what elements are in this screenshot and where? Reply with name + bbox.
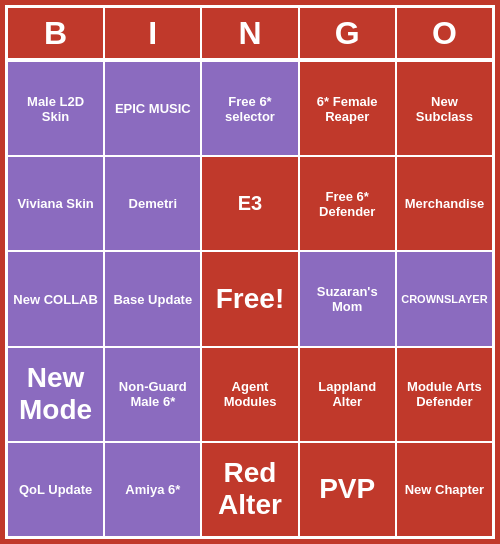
bingo-row-4: QoL UpdateAmiya 6*Red AlterPVPNew Chapte… <box>8 441 492 536</box>
bingo-cell-1-2: E3 <box>202 157 299 250</box>
bingo-header: BINGO <box>8 8 492 60</box>
bingo-card: BINGO Male L2D SkinEPIC MUSICFree 6* sel… <box>5 5 495 539</box>
bingo-cell-0-3: 6* Female Reaper <box>300 62 397 155</box>
bingo-letter-g: G <box>300 8 397 58</box>
bingo-cell-1-4: Merchandise <box>397 157 492 250</box>
bingo-cell-2-2: Free! <box>202 252 299 345</box>
bingo-cell-4-4: New Chapter <box>397 443 492 536</box>
bingo-letter-b: B <box>8 8 105 58</box>
bingo-cell-0-1: EPIC MUSIC <box>105 62 202 155</box>
bingo-cell-3-0: New Mode <box>8 348 105 441</box>
bingo-cell-1-3: Free 6* Defender <box>300 157 397 250</box>
bingo-letter-o: O <box>397 8 492 58</box>
bingo-row-2: New COLLABBase UpdateFree!Suzaran's MomC… <box>8 250 492 345</box>
bingo-row-3: New ModeNon-Guard Male 6*Agent ModulesLa… <box>8 346 492 441</box>
bingo-cell-2-3: Suzaran's Mom <box>300 252 397 345</box>
bingo-cell-4-2: Red Alter <box>202 443 299 536</box>
bingo-cell-4-0: QoL Update <box>8 443 105 536</box>
bingo-cell-3-2: Agent Modules <box>202 348 299 441</box>
bingo-row-1: Viviana SkinDemetriE3Free 6* DefenderMer… <box>8 155 492 250</box>
bingo-cell-4-1: Amiya 6* <box>105 443 202 536</box>
bingo-cell-0-2: Free 6* selector <box>202 62 299 155</box>
bingo-cell-1-1: Demetri <box>105 157 202 250</box>
bingo-cell-2-1: Base Update <box>105 252 202 345</box>
bingo-cell-2-4: CROWNSLAYER <box>397 252 492 345</box>
bingo-cell-0-0: Male L2D Skin <box>8 62 105 155</box>
bingo-cell-3-4: Module Arts Defender <box>397 348 492 441</box>
bingo-grid: Male L2D SkinEPIC MUSICFree 6* selector6… <box>8 60 492 536</box>
bingo-cell-3-3: Lappland Alter <box>300 348 397 441</box>
bingo-cell-4-3: PVP <box>300 443 397 536</box>
bingo-cell-2-0: New COLLAB <box>8 252 105 345</box>
bingo-letter-n: N <box>202 8 299 58</box>
bingo-cell-1-0: Viviana Skin <box>8 157 105 250</box>
bingo-row-0: Male L2D SkinEPIC MUSICFree 6* selector6… <box>8 60 492 155</box>
bingo-letter-i: I <box>105 8 202 58</box>
bingo-cell-3-1: Non-Guard Male 6* <box>105 348 202 441</box>
bingo-cell-0-4: New Subclass <box>397 62 492 155</box>
